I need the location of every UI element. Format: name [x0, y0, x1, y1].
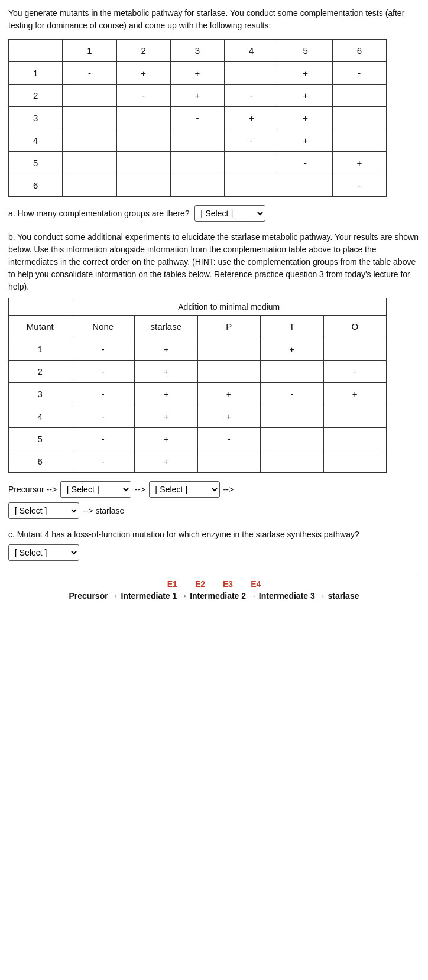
table-row: 1 - + +	[9, 338, 387, 361]
col-header-1: 1	[63, 40, 116, 62]
addition-header: Addition to minimal medium	[72, 298, 387, 316]
cell: +	[278, 62, 332, 85]
row-label: 2	[9, 361, 72, 383]
intro-text: You generate mutants in the metabolic pa…	[8, 7, 420, 32]
cell	[116, 107, 170, 129]
p-header: P	[197, 316, 261, 338]
cell	[261, 450, 324, 473]
cell: -	[261, 383, 324, 405]
cell	[225, 174, 278, 197]
pathway-select-2[interactable]: [ Select ] P T O	[149, 481, 220, 498]
cell	[261, 405, 324, 428]
cell: -	[72, 383, 135, 405]
cell	[63, 107, 116, 129]
cell	[63, 85, 116, 107]
enzyme-e1: E1	[167, 579, 177, 589]
table-row: 2 - + - +	[9, 85, 387, 107]
enzyme-row: E1 E2 E3 E4	[8, 579, 420, 589]
pathway-row-2: [ Select ] P T O --> starlase	[8, 502, 420, 519]
table-row: 4 - + +	[9, 405, 387, 428]
cell	[323, 450, 387, 473]
cell	[63, 152, 116, 174]
question-b-text: b. You conduct some additional experimen…	[8, 231, 420, 293]
arrow-1: -->	[135, 485, 145, 494]
enzyme-e2: E2	[195, 579, 205, 589]
cell	[261, 428, 324, 450]
question-a-block: a. How many complementation groups are t…	[8, 205, 420, 222]
cell: +	[261, 338, 324, 361]
cell: -	[72, 428, 135, 450]
cell	[332, 85, 386, 107]
cell	[323, 405, 387, 428]
starlase-suffix: --> starlase	[83, 506, 124, 515]
cell: -	[72, 405, 135, 428]
cell: +	[135, 338, 198, 361]
o-header: O	[323, 316, 387, 338]
arrow-2: -->	[223, 485, 234, 494]
cell: +	[170, 62, 224, 85]
table-header-row: 1 2 3 4 5 6	[9, 40, 387, 62]
cell: -	[72, 361, 135, 383]
cell	[225, 62, 278, 85]
corner-cell	[9, 40, 63, 62]
cell: +	[197, 405, 261, 428]
table-row: 5 - +	[9, 152, 387, 174]
row-label: 1	[9, 62, 63, 85]
empty-corner	[9, 298, 72, 316]
cell: +	[135, 361, 198, 383]
cell: +	[323, 383, 387, 405]
cell: -	[225, 85, 278, 107]
table-row: 3 - + +	[9, 107, 387, 129]
cell	[323, 338, 387, 361]
pathway-select-3[interactable]: [ Select ] P T O	[8, 502, 79, 519]
col-header-2: 2	[116, 40, 170, 62]
cell	[63, 174, 116, 197]
row-label: 2	[9, 85, 63, 107]
cell: +	[135, 405, 198, 428]
mutant-header: Mutant	[9, 316, 72, 338]
exp-col-header-row: Mutant None starlase P T O	[9, 316, 387, 338]
cell	[197, 361, 261, 383]
cell: +	[135, 383, 198, 405]
cell: +	[278, 85, 332, 107]
table-row: 4 - +	[9, 129, 387, 152]
question-c-select[interactable]: [ Select ] E1 E2 E3 E4	[8, 544, 79, 561]
question-a-select[interactable]: [ Select ] 1 2 3 4	[194, 205, 265, 222]
cell	[170, 174, 224, 197]
cell	[170, 152, 224, 174]
col-header-4: 4	[225, 40, 278, 62]
none-header: None	[72, 316, 135, 338]
cell: +	[135, 450, 198, 473]
table-row: 5 - + -	[9, 428, 387, 450]
row-label: 6	[9, 450, 72, 473]
pathway-row-1: Precursor --> [ Select ] P T O --> [ Sel…	[8, 481, 420, 498]
table-row: 3 - + + - +	[9, 383, 387, 405]
table-row: 2 - + -	[9, 361, 387, 383]
cell: -	[332, 174, 386, 197]
cell: +	[135, 428, 198, 450]
col-header-3: 3	[170, 40, 224, 62]
cell: +	[332, 152, 386, 174]
row-label: 4	[9, 405, 72, 428]
row-label: 6	[9, 174, 63, 197]
cell: +	[116, 62, 170, 85]
question-c-label: c. Mutant 4 has a loss-of-function mutat…	[8, 528, 420, 541]
row-label: 5	[9, 152, 63, 174]
cell: +	[278, 129, 332, 152]
table-row: 6 - +	[9, 450, 387, 473]
cell: -	[116, 85, 170, 107]
cell	[63, 129, 116, 152]
question-a-label: a. How many complementation groups are t…	[8, 209, 190, 218]
cell: -	[63, 62, 116, 85]
cell	[323, 428, 387, 450]
cell: -	[170, 107, 224, 129]
complementation-table: 1 2 3 4 5 6 1 - + + + - 2 - + - + 3	[8, 39, 387, 197]
cell	[261, 361, 324, 383]
pathway-text: Precursor → Intermediate 1 → Intermediat…	[8, 591, 420, 601]
footer-pathway: E1 E2 E3 E4 Precursor → Intermediate 1 →…	[8, 573, 420, 601]
cell: -	[332, 62, 386, 85]
cell: +	[170, 85, 224, 107]
enzyme-e3: E3	[223, 579, 233, 589]
pathway-select-1[interactable]: [ Select ] P T O	[60, 481, 131, 498]
cell	[116, 152, 170, 174]
